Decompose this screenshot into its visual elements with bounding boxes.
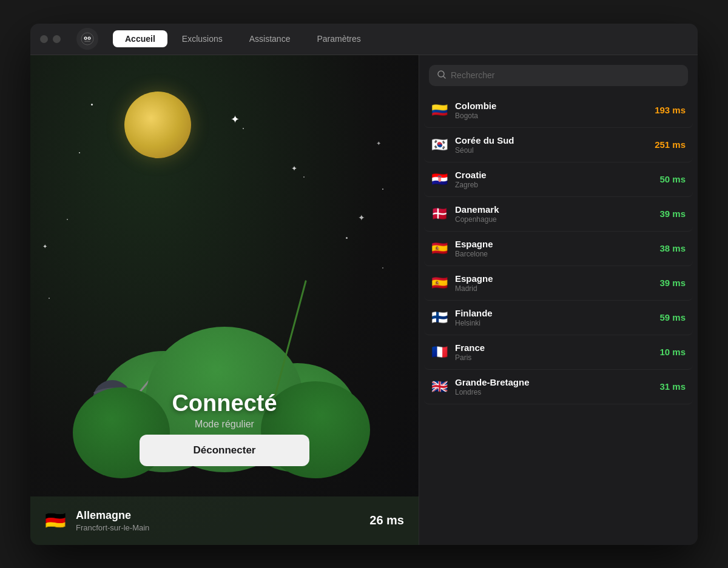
- search-container: [419, 65, 698, 93]
- server-latency: 39 ms: [659, 209, 686, 219]
- server-flag: 🇫🇷: [431, 344, 448, 360]
- svg-point-3: [85, 38, 86, 39]
- close-button[interactable]: [40, 35, 48, 43]
- svg-point-4: [89, 38, 90, 39]
- search-box[interactable]: [429, 65, 688, 86]
- status-area: Connecté Mode régulier: [172, 390, 277, 430]
- nav-tabs: Accueil Exclusions Assistance Paramètres: [113, 30, 373, 47]
- right-panel: 🇨🇴 Colombie Bogota 193 ms 🇰🇷 Corée du Su…: [419, 55, 698, 545]
- server-flag: 🇭🇷: [431, 172, 448, 187]
- server-city: Helsinki: [455, 319, 659, 327]
- server-item[interactable]: 🇨🇴 Colombie Bogota 193 ms: [424, 93, 693, 128]
- server-country: Espagne: [455, 273, 659, 284]
- server-item[interactable]: 🇭🇷 Croatie Zagreb 50 ms: [424, 162, 693, 197]
- server-info: Croatie Zagreb: [455, 170, 659, 189]
- window-controls: [40, 35, 61, 43]
- server-country: Danemark: [455, 204, 659, 215]
- server-item[interactable]: 🇬🇧 Grande-Bretagne Londres 31 ms: [424, 370, 693, 404]
- server-city: Londres: [455, 388, 659, 396]
- left-panel: ✦ ✦ ✦ ✦ ✦: [30, 55, 419, 545]
- server-latency: 59 ms: [659, 312, 686, 322]
- tab-exclusions[interactable]: Exclusions: [170, 30, 235, 47]
- server-country: Finlande: [455, 308, 659, 318]
- server-info: Corée du Sud Séoul: [455, 135, 655, 155]
- server-item[interactable]: 🇪🇸 Espagne Madrid 39 ms: [424, 266, 693, 301]
- server-item[interactable]: 🇩🇰 Danemark Copenhague 39 ms: [424, 197, 693, 232]
- current-flag: 🇩🇪: [45, 512, 66, 529]
- server-city: Madrid: [455, 284, 659, 293]
- app-window: Accueil Exclusions Assistance Paramètres…: [30, 24, 698, 545]
- app-logo: [76, 28, 98, 50]
- server-city: Barcelone: [455, 250, 659, 258]
- server-flag: 🇬🇧: [431, 379, 448, 395]
- server-city: Zagreb: [455, 181, 659, 189]
- server-info: Espagne Madrid: [455, 273, 659, 293]
- server-latency: 38 ms: [659, 243, 686, 253]
- server-flag: 🇫🇮: [431, 310, 448, 326]
- current-connection-bar[interactable]: 🇩🇪 Allemagne Francfort-sur-le-Main 26 ms: [30, 496, 419, 545]
- server-item[interactable]: 🇪🇸 Espagne Barcelone 38 ms: [424, 232, 693, 266]
- server-item[interactable]: 🇫🇮 Finlande Helsinki 59 ms: [424, 301, 693, 335]
- tab-parametres[interactable]: Paramètres: [305, 30, 372, 47]
- server-latency: 31 ms: [659, 381, 686, 392]
- status-connected-label: Connecté: [172, 390, 277, 416]
- server-flag: 🇰🇷: [431, 137, 448, 153]
- tab-accueil[interactable]: Accueil: [113, 30, 167, 47]
- server-info: France Paris: [455, 342, 659, 362]
- server-latency: 50 ms: [659, 174, 686, 184]
- status-mode-label: Mode régulier: [172, 419, 277, 430]
- server-latency: 193 ms: [655, 105, 686, 115]
- disconnect-button[interactable]: Déconnecter: [140, 435, 309, 466]
- server-latency: 39 ms: [659, 278, 686, 288]
- svg-rect-5: [84, 41, 90, 42]
- server-info: Colombie Bogota: [455, 101, 655, 120]
- server-latency: 251 ms: [655, 139, 686, 150]
- current-country-name: Allemagne: [76, 509, 360, 522]
- server-info: Grande-Bretagne Londres: [455, 377, 659, 396]
- server-city: Paris: [455, 353, 659, 362]
- title-bar: Accueil Exclusions Assistance Paramètres: [30, 24, 698, 55]
- server-flag: 🇨🇴: [431, 102, 448, 118]
- server-country: Espagne: [455, 239, 659, 249]
- minimize-button[interactable]: [53, 35, 61, 43]
- main-content: ✦ ✦ ✦ ✦ ✦: [30, 55, 698, 545]
- server-city: Séoul: [455, 146, 655, 155]
- svg-point-0: [81, 33, 93, 45]
- server-country: Corée du Sud: [455, 135, 655, 145]
- server-latency: 10 ms: [659, 347, 686, 357]
- server-country: Grande-Bretagne: [455, 377, 659, 387]
- server-flag: 🇪🇸: [431, 275, 448, 291]
- server-list: 🇨🇴 Colombie Bogota 193 ms 🇰🇷 Corée du Su…: [419, 93, 698, 545]
- server-country: France: [455, 342, 659, 353]
- server-info: Finlande Helsinki: [455, 308, 659, 327]
- search-input[interactable]: [451, 70, 679, 80]
- server-country: Colombie: [455, 101, 655, 111]
- search-icon: [437, 70, 446, 81]
- current-country-info: Allemagne Francfort-sur-le-Main: [76, 509, 360, 532]
- server-country: Croatie: [455, 170, 659, 180]
- current-city: Francfort-sur-le-Main: [76, 523, 360, 532]
- server-item[interactable]: 🇰🇷 Corée du Sud Séoul 251 ms: [424, 128, 693, 162]
- svg-line-20: [443, 76, 445, 78]
- server-flag: 🇩🇰: [431, 206, 448, 222]
- server-item[interactable]: 🇫🇷 France Paris 10 ms: [424, 335, 693, 370]
- server-city: Copenhague: [455, 215, 659, 224]
- server-info: Espagne Barcelone: [455, 239, 659, 258]
- server-city: Bogota: [455, 112, 655, 120]
- server-flag: 🇪🇸: [431, 241, 448, 256]
- server-info: Danemark Copenhague: [455, 204, 659, 224]
- current-latency: 26 ms: [369, 513, 404, 527]
- tab-assistance[interactable]: Assistance: [237, 30, 303, 47]
